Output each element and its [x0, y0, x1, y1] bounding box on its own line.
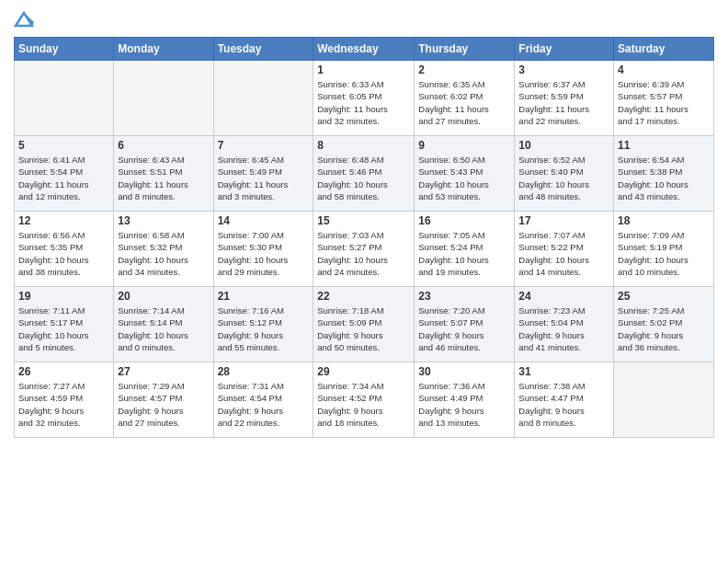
day-number: 13 — [118, 214, 209, 227]
calendar-cell: 31Sunrise: 7:38 AMSunset: 4:47 PMDayligh… — [515, 362, 614, 438]
calendar-cell: 20Sunrise: 7:14 AMSunset: 5:14 PMDayligh… — [114, 287, 213, 362]
day-number: 8 — [317, 139, 410, 152]
calendar-cell — [114, 61, 213, 136]
day-number: 27 — [118, 365, 209, 378]
weekday-thursday: Thursday — [415, 38, 515, 61]
day-info: Sunrise: 7:18 AMSunset: 5:09 PMDaylight:… — [317, 304, 410, 353]
calendar-cell — [614, 362, 714, 438]
day-info: Sunrise: 6:52 AMSunset: 5:40 PMDaylight:… — [518, 154, 609, 202]
calendar-cell: 22Sunrise: 7:18 AMSunset: 5:09 PMDayligh… — [313, 287, 415, 362]
day-number: 23 — [418, 290, 510, 303]
day-number: 21 — [218, 290, 310, 303]
calendar-cell: 27Sunrise: 7:29 AMSunset: 4:57 PMDayligh… — [114, 362, 213, 438]
day-number: 29 — [317, 365, 410, 378]
calendar-cell: 28Sunrise: 7:31 AMSunset: 4:54 PMDayligh… — [213, 362, 313, 438]
day-info: Sunrise: 7:23 AMSunset: 5:04 PMDaylight:… — [518, 304, 609, 353]
calendar-cell — [15, 61, 114, 136]
day-info: Sunrise: 6:35 AMSunset: 6:02 PMDaylight:… — [418, 78, 510, 127]
day-info: Sunrise: 6:39 AMSunset: 5:57 PMDaylight:… — [618, 78, 710, 127]
calendar-cell: 29Sunrise: 7:34 AMSunset: 4:52 PMDayligh… — [313, 362, 415, 438]
day-number: 16 — [418, 214, 510, 227]
calendar-cell: 2Sunrise: 6:35 AMSunset: 6:02 PMDaylight… — [415, 61, 515, 136]
calendar-cell: 10Sunrise: 6:52 AMSunset: 5:40 PMDayligh… — [515, 136, 614, 212]
logo — [14, 9, 38, 29]
calendar-cell: 23Sunrise: 7:20 AMSunset: 5:07 PMDayligh… — [415, 287, 515, 362]
calendar-table: SundayMondayTuesdayWednesdayThursdayFrid… — [14, 37, 714, 438]
calendar-week-1: 1Sunrise: 6:33 AMSunset: 6:05 PMDaylight… — [15, 61, 714, 136]
calendar-cell: 17Sunrise: 7:07 AMSunset: 5:22 PMDayligh… — [515, 212, 614, 287]
calendar-cell: 24Sunrise: 7:23 AMSunset: 5:04 PMDayligh… — [515, 287, 614, 362]
calendar-cell: 15Sunrise: 7:03 AMSunset: 5:27 PMDayligh… — [313, 212, 415, 287]
day-number: 10 — [518, 139, 609, 152]
day-info: Sunrise: 6:43 AMSunset: 5:51 PMDaylight:… — [118, 154, 209, 202]
calendar-cell: 25Sunrise: 7:25 AMSunset: 5:02 PMDayligh… — [614, 287, 714, 362]
day-info: Sunrise: 7:07 AMSunset: 5:22 PMDaylight:… — [518, 229, 609, 278]
day-info: Sunrise: 7:09 AMSunset: 5:19 PMDaylight:… — [618, 229, 710, 278]
day-info: Sunrise: 7:31 AMSunset: 4:54 PMDaylight:… — [218, 380, 310, 429]
calendar-cell: 13Sunrise: 6:58 AMSunset: 5:32 PMDayligh… — [114, 212, 213, 287]
day-number: 9 — [418, 139, 510, 152]
calendar-cell: 21Sunrise: 7:16 AMSunset: 5:12 PMDayligh… — [213, 287, 313, 362]
day-info: Sunrise: 6:41 AMSunset: 5:54 PMDaylight:… — [18, 154, 109, 202]
calendar-week-2: 5Sunrise: 6:41 AMSunset: 5:54 PMDaylight… — [15, 136, 714, 212]
weekday-sunday: Sunday — [15, 38, 114, 61]
day-number: 18 — [618, 214, 710, 227]
calendar-cell: 7Sunrise: 6:45 AMSunset: 5:49 PMDaylight… — [213, 136, 313, 212]
day-info: Sunrise: 7:34 AMSunset: 4:52 PMDaylight:… — [317, 380, 410, 429]
day-number: 1 — [317, 63, 410, 76]
day-number: 5 — [18, 139, 109, 152]
day-number: 4 — [618, 63, 710, 76]
day-number: 14 — [218, 214, 310, 227]
day-number: 25 — [618, 290, 710, 303]
day-number: 31 — [518, 365, 609, 378]
day-info: Sunrise: 7:20 AMSunset: 5:07 PMDaylight:… — [418, 304, 510, 353]
day-info: Sunrise: 6:56 AMSunset: 5:35 PMDaylight:… — [18, 229, 109, 278]
calendar-week-5: 26Sunrise: 7:27 AMSunset: 4:59 PMDayligh… — [15, 362, 714, 438]
calendar-cell: 11Sunrise: 6:54 AMSunset: 5:38 PMDayligh… — [614, 136, 714, 212]
page: SundayMondayTuesdayWednesdayThursdayFrid… — [0, 0, 728, 563]
calendar-cell: 26Sunrise: 7:27 AMSunset: 4:59 PMDayligh… — [15, 362, 114, 438]
day-number: 19 — [18, 290, 109, 303]
calendar-cell: 6Sunrise: 6:43 AMSunset: 5:51 PMDaylight… — [114, 136, 213, 212]
day-info: Sunrise: 7:29 AMSunset: 4:57 PMDaylight:… — [118, 380, 209, 429]
header — [14, 9, 714, 29]
calendar-cell: 4Sunrise: 6:39 AMSunset: 5:57 PMDaylight… — [614, 61, 714, 136]
calendar-cell: 8Sunrise: 6:48 AMSunset: 5:46 PMDaylight… — [313, 136, 415, 212]
day-info: Sunrise: 6:48 AMSunset: 5:46 PMDaylight:… — [317, 154, 410, 202]
day-number: 22 — [317, 290, 410, 303]
calendar-week-4: 19Sunrise: 7:11 AMSunset: 5:17 PMDayligh… — [15, 287, 714, 362]
calendar-cell: 9Sunrise: 6:50 AMSunset: 5:43 PMDaylight… — [415, 136, 515, 212]
day-number: 24 — [518, 290, 609, 303]
weekday-tuesday: Tuesday — [213, 38, 313, 61]
day-number: 3 — [518, 63, 609, 76]
day-info: Sunrise: 6:45 AMSunset: 5:49 PMDaylight:… — [218, 154, 310, 202]
day-number: 2 — [418, 63, 510, 76]
day-number: 28 — [218, 365, 310, 378]
day-number: 20 — [118, 290, 209, 303]
calendar-cell: 12Sunrise: 6:56 AMSunset: 5:35 PMDayligh… — [15, 212, 114, 287]
day-number: 12 — [18, 214, 109, 227]
calendar-cell: 1Sunrise: 6:33 AMSunset: 6:05 PMDaylight… — [313, 61, 415, 136]
day-info: Sunrise: 6:58 AMSunset: 5:32 PMDaylight:… — [118, 229, 209, 278]
day-info: Sunrise: 6:33 AMSunset: 6:05 PMDaylight:… — [317, 78, 410, 127]
weekday-wednesday: Wednesday — [313, 38, 415, 61]
day-number: 11 — [618, 139, 710, 152]
calendar-cell: 16Sunrise: 7:05 AMSunset: 5:24 PMDayligh… — [415, 212, 515, 287]
svg-marker-1 — [24, 13, 34, 26]
weekday-header-row: SundayMondayTuesdayWednesdayThursdayFrid… — [15, 38, 714, 61]
day-info: Sunrise: 7:38 AMSunset: 4:47 PMDaylight:… — [518, 380, 609, 429]
day-number: 15 — [317, 214, 410, 227]
day-info: Sunrise: 7:16 AMSunset: 5:12 PMDaylight:… — [218, 304, 310, 353]
day-info: Sunrise: 6:50 AMSunset: 5:43 PMDaylight:… — [418, 154, 510, 202]
day-info: Sunrise: 7:27 AMSunset: 4:59 PMDaylight:… — [18, 380, 109, 429]
calendar-cell: 14Sunrise: 7:00 AMSunset: 5:30 PMDayligh… — [213, 212, 313, 287]
calendar-cell — [213, 61, 313, 136]
calendar-cell: 3Sunrise: 6:37 AMSunset: 5:59 PMDaylight… — [515, 61, 614, 136]
calendar-cell: 18Sunrise: 7:09 AMSunset: 5:19 PMDayligh… — [614, 212, 714, 287]
calendar-cell: 19Sunrise: 7:11 AMSunset: 5:17 PMDayligh… — [15, 287, 114, 362]
day-info: Sunrise: 6:37 AMSunset: 5:59 PMDaylight:… — [518, 78, 609, 127]
day-info: Sunrise: 7:05 AMSunset: 5:24 PMDaylight:… — [418, 229, 510, 278]
day-info: Sunrise: 7:14 AMSunset: 5:14 PMDaylight:… — [118, 304, 209, 353]
logo-icon — [14, 9, 34, 29]
day-info: Sunrise: 7:03 AMSunset: 5:27 PMDaylight:… — [317, 229, 410, 278]
